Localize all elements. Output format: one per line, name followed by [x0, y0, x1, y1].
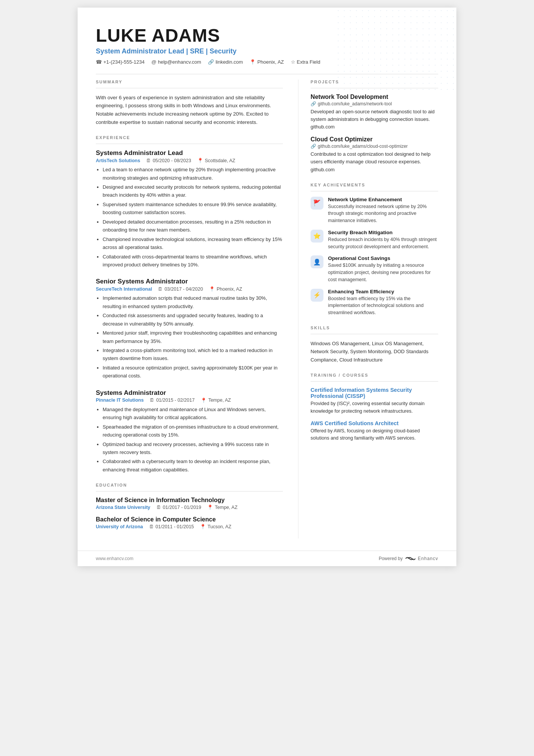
achievement-1: 🚩 Network Uptime Enhancement Successfull… — [311, 197, 438, 224]
job-2-title: Senior Systems Administrator — [96, 278, 283, 285]
degree-2-institution: University of Arizona — [96, 524, 143, 529]
pin-icon-edu2: 📍 — [200, 524, 206, 529]
skills-label: SKILLS — [311, 326, 438, 330]
achievement-3-desc: Saved $100K annually by initiating a res… — [328, 262, 438, 283]
job-3: Systems Administrator Pinnacle IT Soluti… — [96, 389, 283, 474]
job-1-dates: 🗓 05/2020 - 08/2023 — [146, 158, 191, 163]
bullet-item: Designed and executed security protocols… — [103, 183, 283, 199]
projects-label: PROJECTS — [311, 80, 438, 84]
skills-section: SKILLS Windows OS Management, Linux OS M… — [311, 326, 438, 364]
achievement-4: ⚡ Enhancing Team Efficiency Boosted team… — [311, 289, 438, 316]
project-1-desc: Developed an open-source network diagnos… — [311, 108, 438, 131]
project-2-title: Cloud Cost Optimizer — [311, 136, 438, 143]
project-1-link: 🔗 github.com/luke_adams/network-tool — [311, 101, 438, 106]
degree-1-dates: 🗓 01/2017 - 01/2019 — [156, 505, 201, 510]
header-divider — [96, 74, 438, 74]
phone-icon: ☎ — [96, 59, 102, 65]
bullet-item: Optimized backup and recovery processes,… — [103, 440, 283, 457]
bullet-item: Spearheaded the migration of on-premises… — [103, 423, 283, 439]
achievement-3-text: Operational Cost Savings Saved $100K ann… — [328, 255, 438, 283]
extra-contact: ☆ Extra Field — [291, 59, 320, 65]
training-1-title: Certified Information Systems Security P… — [311, 387, 438, 399]
degree-1-title: Master of Science in Information Technol… — [96, 497, 283, 504]
two-column-layout: SUMMARY With over 6 years of experience … — [96, 80, 438, 539]
job-3-company: Pinnacle IT Solutions — [96, 398, 144, 403]
bullet-item: Implemented automation scripts that redu… — [103, 294, 283, 310]
achievement-2-icon: ⭐ — [311, 230, 323, 243]
summary-section: SUMMARY With over 6 years of experience … — [96, 80, 283, 126]
achievement-4-icon: ⚡ — [311, 289, 323, 302]
right-column: PROJECTS Network Tool Development 🔗 gith… — [298, 80, 438, 539]
calendar-icon-edu2: 🗓 — [149, 524, 154, 529]
degree-2-location: 📍 Tucson, AZ — [200, 524, 231, 529]
resume-container: LUKE ADAMS System Administrator Lead | S… — [78, 8, 456, 566]
achievement-2-desc: Reduced breach incidents by 40% through … — [328, 236, 438, 250]
training-section: TRAINING / COURSES Certified Information… — [311, 373, 438, 442]
achievement-1-title: Network Uptime Enhancement — [328, 197, 438, 202]
bullet-item: Collaborated with a cybersecurity team t… — [103, 457, 283, 474]
education-divider — [96, 491, 283, 491]
job-1-meta: ArtisTech Solutions 🗓 05/2020 - 08/2023 … — [96, 158, 283, 163]
education-section: EDUCATION Master of Science in Informati… — [96, 483, 283, 529]
bullet-item: Managed the deployment and maintenance o… — [103, 405, 283, 422]
job-3-title: Systems Administrator — [96, 389, 283, 397]
bullet-item: Conducted risk assessments and upgraded … — [103, 311, 283, 328]
pin-icon-2: 📍 — [209, 286, 215, 292]
project-1: Network Tool Development 🔗 github.com/lu… — [311, 94, 438, 131]
location-contact: 📍 Phoenix, AZ — [250, 59, 284, 65]
training-1-desc: Provided by (ISC)², covering essential s… — [311, 400, 438, 415]
job-1-bullets: Led a team to enhance network uptime by … — [96, 166, 283, 269]
experience-section: EXPERIENCE Systems Administrator Lead Ar… — [96, 135, 283, 474]
job-1-title: Systems Administrator Lead — [96, 149, 283, 157]
achievement-2-text: Security Breach Mitigation Reduced breac… — [328, 230, 438, 250]
job-3-dates: 🗓 01/2015 - 02/2017 — [150, 398, 194, 403]
job-1-company: ArtisTech Solutions — [96, 158, 140, 163]
footer-brand: Powered by Enhancv — [379, 556, 438, 562]
left-column: SUMMARY With over 6 years of experience … — [96, 80, 283, 539]
job-2-dates: 🗓 03/2017 - 04/2020 — [158, 286, 203, 292]
degree-2-dates: 🗓 01/2011 - 01/2015 — [149, 524, 194, 529]
pin-icon-1: 📍 — [197, 158, 203, 163]
bullet-item: Collaborated with cross-departmental tea… — [103, 253, 283, 269]
candidate-title: System Administrator Lead | SRE | Securi… — [96, 47, 438, 55]
linkedin-value: linkedin.com — [215, 59, 243, 65]
job-2-meta: SecureTech International 🗓 03/2017 - 04/… — [96, 286, 283, 292]
job-3-location: 📍 Tempe, AZ — [201, 398, 231, 403]
degree-1: Master of Science in Information Technol… — [96, 497, 283, 510]
projects-section: PROJECTS Network Tool Development 🔗 gith… — [311, 80, 438, 174]
training-2-desc: Offered by AWS, focusing on designing cl… — [311, 427, 438, 442]
achievement-4-text: Enhancing Team Efficiency Boosted team e… — [328, 289, 438, 316]
achievement-3: 👤 Operational Cost Savings Saved $100K a… — [311, 255, 438, 283]
project-2-desc: Contributed to a cost optimization tool … — [311, 150, 438, 173]
job-2-bullets: Implemented automation scripts that redu… — [96, 294, 283, 380]
contact-row: ☎ +1-(234)-555-1234 @ help@enhancv.com 🔗… — [96, 59, 438, 65]
achievements-label: KEY ACHIEVEMENTS — [311, 183, 438, 187]
degree-1-meta: Arizona State University 🗓 01/2017 - 01/… — [96, 504, 283, 510]
bullet-item: Integrated a cross-platform monitoring t… — [103, 346, 283, 363]
training-divider — [311, 381, 438, 382]
achievement-4-title: Enhancing Team Efficiency — [328, 289, 438, 294]
job-2: Senior Systems Administrator SecureTech … — [96, 278, 283, 380]
degree-2-title: Bachelor of Science in Computer Science — [96, 516, 283, 523]
achievement-3-title: Operational Cost Savings — [328, 255, 438, 261]
phone-contact: ☎ +1-(234)-555-1234 — [96, 59, 145, 65]
skills-text: Windows OS Management, Linux OS Manageme… — [311, 340, 438, 364]
bullet-item: Mentored junior staff, improving their t… — [103, 329, 283, 345]
training-label: TRAINING / COURSES — [311, 373, 438, 377]
link-icon: 🔗 — [208, 59, 214, 65]
bullet-item: Led a team to enhance network uptime by … — [103, 166, 283, 182]
phone-value: +1-(234)-555-1234 — [103, 59, 145, 65]
email-value: help@enhancv.com — [158, 59, 201, 65]
training-2-title: AWS Certified Solutions Architect — [311, 420, 438, 426]
degree-2-meta: University of Arizona 🗓 01/2011 - 01/201… — [96, 524, 283, 529]
pin-icon-3: 📍 — [201, 398, 207, 403]
linkedin-contact: 🔗 linkedin.com — [208, 59, 243, 65]
bullet-item: Supervised system maintenance schedules … — [103, 200, 283, 217]
star-icon: ☆ — [291, 59, 295, 65]
degree-1-institution: Arizona State University — [96, 505, 150, 510]
footer: www.enhancv.com Powered by Enhancv — [78, 551, 456, 566]
project-2-link: 🔗 github.com/luke_adams/cloud-cost-optim… — [311, 144, 438, 149]
pin-icon-edu1: 📍 — [207, 504, 213, 510]
achievements-divider — [311, 191, 438, 191]
project-1-title: Network Tool Development — [311, 94, 438, 100]
